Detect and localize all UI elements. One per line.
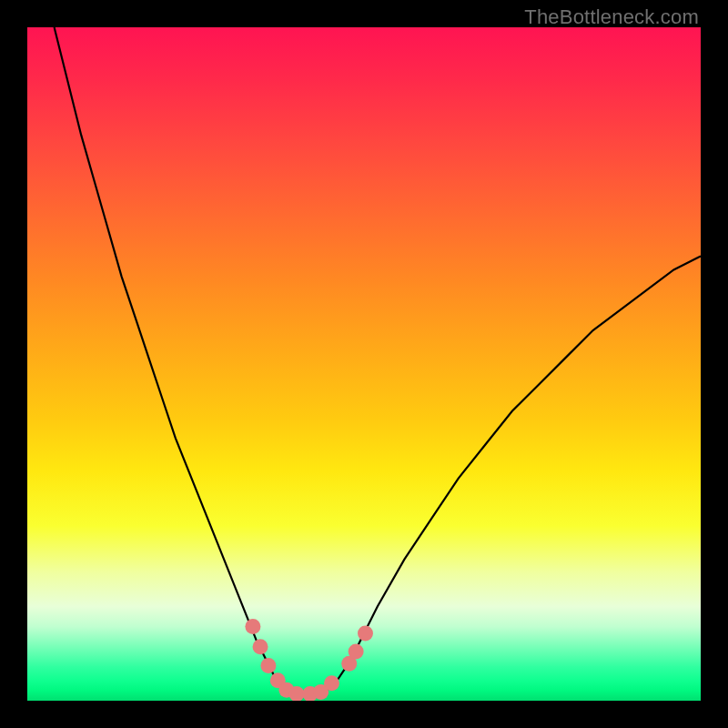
curve-markers [245,619,373,701]
curve-marker [349,643,364,659]
curve-svg [27,27,701,701]
watermark-text: TheBottleneck.com [524,5,699,29]
chart-frame: TheBottleneck.com [0,0,728,728]
curve-marker [324,675,339,691]
curve-marker [358,626,373,642]
bottleneck-curve [55,27,701,695]
curve-marker [245,619,260,634]
plot-area [27,27,701,701]
curve-marker [253,639,268,654]
curve-marker [260,658,276,673]
